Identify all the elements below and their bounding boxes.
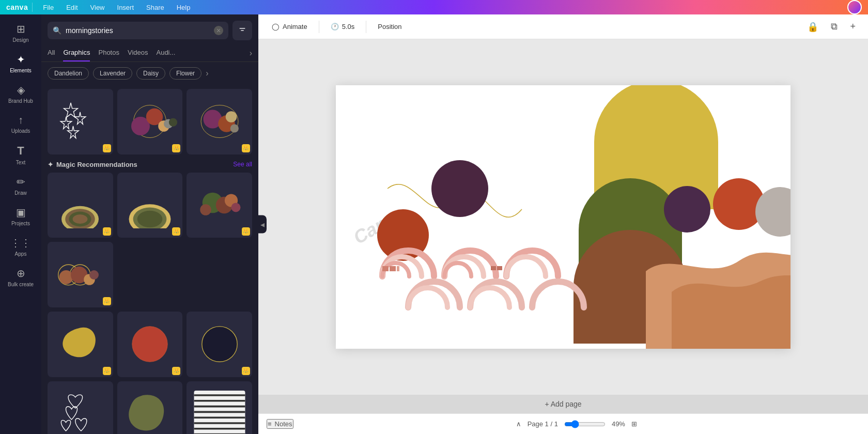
grid-row-3: 👑: [48, 381, 252, 434]
tab-audio[interactable]: Audi...: [156, 44, 175, 61]
panel-scroll-content: 👑 👑: [41, 85, 258, 434]
sidebar-item-label: Draw: [14, 190, 26, 196]
grid-item-blob-olive[interactable]: 👑: [117, 381, 183, 434]
sidebar-item-text[interactable]: T Text: [2, 140, 39, 169]
canvas-viewport[interactable]: Canva Canva Canva: [258, 39, 868, 395]
hide-panel-button[interactable]: ◂: [258, 215, 267, 234]
notes-button[interactable]: ≡ Notes: [267, 419, 293, 429]
magic-recommendations-header: ✦ Magic Recommendations See all: [48, 161, 252, 168]
premium-badge-m2: 👑: [172, 227, 180, 236]
tag-flower[interactable]: Flower: [169, 67, 202, 80]
topbar-nav-edit[interactable]: Edit: [60, 4, 84, 11]
see-all-button[interactable]: See all: [233, 161, 252, 168]
tab-videos[interactable]: Videos: [128, 44, 148, 61]
zoom-level: 49%: [612, 420, 625, 428]
tag-daisy[interactable]: Daisy: [136, 67, 165, 80]
grid-item-hearts[interactable]: [48, 381, 113, 434]
animate-icon: ◯: [272, 23, 280, 30]
apps-icon: ⋮⋮: [10, 237, 31, 249]
topbar-nav-view[interactable]: View: [84, 4, 111, 11]
svg-marker-5: [75, 112, 86, 124]
grid-item-circle-dark[interactable]: 👑: [187, 312, 252, 377]
elements-icon: ✦: [17, 53, 25, 66]
grid-item-circle-rust[interactable]: 👑: [117, 312, 183, 377]
svg-rect-58: [497, 266, 502, 270]
grid-item-magic-3[interactable]: 👑: [187, 173, 252, 238]
sidebar-item-elements[interactable]: ✦ Elements: [2, 49, 39, 78]
search-input[interactable]: morningstories: [66, 26, 210, 35]
tab-photos[interactable]: Photos: [98, 44, 119, 61]
premium-badge-m4: 👑: [103, 297, 111, 305]
tags-bar: Dandelion Lavender Daisy Flower ›: [41, 62, 258, 85]
search-input-wrapper[interactable]: 🔍 morningstories ×: [48, 22, 228, 39]
sidebar-item-design[interactable]: ⊞ Design: [2, 19, 39, 47]
tabs-more-arrow[interactable]: ›: [250, 49, 252, 58]
sidebar-item-draw[interactable]: ✏ Draw: [2, 172, 39, 200]
topbar-nav-insert[interactable]: Insert: [111, 4, 141, 11]
page-info: ∧ Page 1 / 1 49% ⊞: [516, 420, 637, 428]
svg-rect-55: [390, 266, 396, 271]
white-canvas: Canva Canva Canva: [336, 85, 791, 349]
topbar: canva File Edit View Insert Share Help: [0, 0, 868, 14]
clear-button[interactable]: ×: [214, 26, 223, 35]
tab-all[interactable]: All: [48, 44, 55, 61]
topbar-nav-share[interactable]: Share: [140, 4, 171, 11]
filter-button[interactable]: [233, 21, 252, 40]
premium-badge-3: 👑: [242, 144, 250, 152]
tab-graphics[interactable]: Graphics: [63, 44, 90, 61]
main-area: ⊞ Design ✦ Elements ◈ Brand Hub ↑ Upload…: [0, 14, 868, 434]
copy-icon: ⧉: [831, 21, 838, 32]
copy-button[interactable]: ⧉: [827, 19, 842, 34]
sidebar-item-bulk-create[interactable]: ⊕ Bulk create: [2, 263, 39, 291]
topbar-nav-file[interactable]: File: [37, 4, 60, 11]
canvas-area: ◯ Animate 🕐 5.0s Position 🔒 ⧉ +: [258, 14, 868, 434]
draw-icon: ✏: [17, 176, 25, 188]
topbar-nav-help[interactable]: Help: [171, 4, 197, 11]
tag-lavender[interactable]: Lavender: [93, 67, 132, 80]
search-icon: 🔍: [53, 26, 61, 35]
sidebar-item-label: Brand Hub: [8, 98, 33, 104]
sidebar-item-brand-hub[interactable]: ◈ Brand Hub: [2, 80, 39, 108]
zoom-slider[interactable]: [564, 420, 606, 428]
add-page-bar[interactable]: + Add page: [258, 395, 868, 413]
grid-item-stripes[interactable]: [187, 381, 252, 434]
svg-point-21: [73, 214, 88, 224]
tabs-bar: All Graphics Photos Videos Audi... ›: [41, 44, 258, 62]
avatar[interactable]: [847, 0, 862, 14]
sidebar-item-label: Design: [12, 37, 28, 43]
more-icon: +: [850, 21, 856, 32]
sidebar-item-label: Uploads: [11, 128, 30, 134]
topbar-divider: [32, 3, 33, 12]
lock-button[interactable]: 🔒: [803, 19, 823, 35]
position-button[interactable]: Position: [373, 20, 407, 34]
tag-dandelion[interactable]: Dandelion: [48, 67, 89, 80]
grid-item-magic-1[interactable]: 👑: [48, 173, 113, 238]
svg-point-24: [137, 211, 163, 227]
clock-icon: 🕐: [331, 23, 339, 30]
sidebar-item-projects[interactable]: ▣ Projects: [2, 202, 39, 230]
bulk-create-icon: ⊕: [17, 267, 25, 280]
duration-button[interactable]: 🕐 5.0s: [326, 20, 360, 34]
svg-point-12: [169, 118, 177, 127]
design-icon: ⊞: [17, 23, 25, 35]
sidebar-item-uploads[interactable]: ↑ Uploads: [2, 110, 39, 138]
chevron-up-icon[interactable]: ∧: [516, 420, 521, 428]
sidebar-item-apps[interactable]: ⋮⋮ Apps: [2, 233, 39, 261]
svg-point-35: [89, 270, 99, 280]
premium-badge-d: 👑: [242, 367, 250, 375]
grid-icon[interactable]: ⊞: [631, 420, 637, 428]
sidebar-item-label: Bulk create: [8, 282, 34, 287]
grid-item-magic-2[interactable]: 👑: [117, 173, 183, 238]
grid-item-stars[interactable]: 👑: [48, 89, 113, 154]
grid-item-magic-4[interactable]: 👑: [48, 242, 113, 307]
grid-item-blob-yellow[interactable]: 👑: [48, 312, 113, 377]
grid-item-boho-circles-1[interactable]: 👑: [117, 89, 183, 154]
more-button[interactable]: +: [846, 19, 860, 34]
animate-button[interactable]: ◯ Animate: [267, 20, 313, 34]
elements-panel: 🔍 morningstories × All Graphics Photos V…: [41, 14, 258, 434]
grid-item-abstract-1[interactable]: 👑: [187, 89, 252, 154]
toolbar-divider-1: [319, 21, 319, 33]
svg-marker-6: [68, 126, 79, 138]
toolbar: ◯ Animate 🕐 5.0s Position 🔒 ⧉ +: [258, 14, 868, 39]
tags-more-arrow[interactable]: ›: [206, 69, 208, 78]
